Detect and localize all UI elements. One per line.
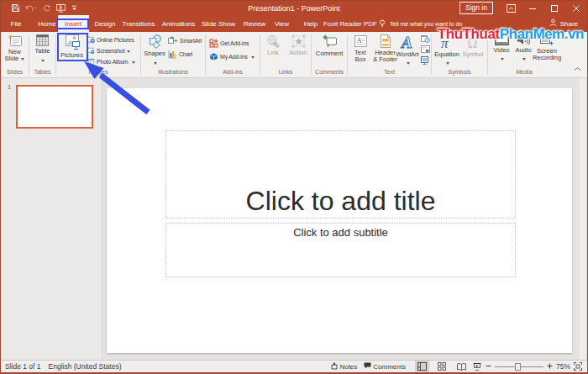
my-add-ins-button[interactable]: My Add-ins bbox=[209, 51, 255, 61]
fit-to-window-button[interactable] bbox=[570, 361, 585, 372]
symbol-label: Symbol bbox=[462, 51, 483, 58]
notes-button[interactable]: Notes bbox=[328, 361, 360, 372]
slide-show-button[interactable] bbox=[470, 361, 484, 372]
collapse-ribbon-icon[interactable] bbox=[574, 60, 581, 75]
zoom-slider[interactable] bbox=[495, 366, 543, 367]
group-label-comments: Comments bbox=[312, 68, 347, 77]
tab-slide-show[interactable]: Slide Show bbox=[197, 15, 240, 32]
link-button[interactable]: Link bbox=[263, 32, 283, 56]
get-add-ins-button[interactable]: Get Add-ins bbox=[209, 38, 255, 48]
tab-animations[interactable]: Animations bbox=[157, 15, 201, 32]
chart-icon bbox=[168, 50, 177, 59]
my-add-ins-icon bbox=[209, 52, 218, 61]
reading-view-button[interactable] bbox=[454, 361, 469, 372]
comments-button[interactable]: Comments bbox=[360, 361, 409, 372]
window-controls: Sign in bbox=[459, 1, 587, 15]
group-label-links: Links bbox=[260, 68, 311, 77]
tab-view[interactable]: View bbox=[270, 15, 295, 32]
group-links: Link Action Links bbox=[260, 32, 311, 77]
ribbon-display-options-button[interactable] bbox=[500, 1, 522, 16]
action-icon bbox=[291, 34, 306, 50]
action-label: Action bbox=[290, 50, 307, 56]
tab-transitions[interactable]: Transitions bbox=[117, 15, 160, 32]
comment-button[interactable]: Comment bbox=[316, 32, 344, 57]
online-pictures-icon bbox=[87, 36, 95, 44]
text-box-button[interactable]: A Text Box bbox=[349, 32, 371, 63]
dropdown-caret-icon bbox=[21, 58, 24, 61]
photo-album-button[interactable]: Photo Album bbox=[87, 56, 135, 66]
slide-number-button[interactable] bbox=[421, 45, 430, 54]
smartart-button[interactable]: SmartArt bbox=[168, 35, 202, 45]
text-box-icon: A bbox=[354, 34, 368, 50]
online-pictures-button[interactable]: Online Pictures bbox=[87, 34, 135, 45]
header-footer-button[interactable]: Header & Footer bbox=[374, 32, 396, 63]
new-slide-button[interactable]: New Slide bbox=[5, 32, 25, 62]
slide-number: 1 bbox=[8, 83, 11, 91]
dropdown-caret-icon bbox=[127, 50, 130, 53]
wordart-icon: A bbox=[400, 34, 415, 51]
chart-label: Chart bbox=[179, 51, 192, 57]
notes-label: Notes bbox=[339, 363, 357, 371]
redo-icon[interactable] bbox=[43, 4, 50, 12]
slide-sorter-view-button[interactable] bbox=[434, 361, 449, 372]
comments-icon bbox=[364, 362, 371, 371]
screen-recording-label2: Recording bbox=[533, 55, 561, 61]
group-label-illustrations: Illustrations bbox=[141, 68, 205, 77]
zoom-percentage[interactable]: 75% bbox=[554, 362, 570, 371]
main-area: 1 Click to add title Click to add subtit… bbox=[1, 78, 587, 360]
slide-canvas: Click to add title Click to add subtitle bbox=[102, 78, 587, 360]
tab-foxit-reader-pdf[interactable]: Foxit Reader PDF bbox=[318, 15, 383, 32]
slide[interactable]: Click to add title Click to add subtitle bbox=[107, 88, 572, 353]
save-icon[interactable] bbox=[12, 4, 19, 12]
action-button[interactable]: Action bbox=[288, 32, 308, 56]
title-placeholder-text: Click to add title bbox=[246, 187, 436, 214]
insert-object-button[interactable] bbox=[421, 56, 430, 65]
close-button[interactable] bbox=[565, 1, 587, 16]
chart-button[interactable]: Chart bbox=[168, 49, 202, 59]
group-label-add-ins: Add-ins bbox=[206, 68, 260, 77]
date-time-button[interactable] bbox=[421, 34, 430, 43]
qat-customize-icon[interactable] bbox=[71, 5, 77, 12]
title-placeholder[interactable]: Click to add title bbox=[165, 130, 516, 219]
new-slide-label2: Slide bbox=[5, 55, 25, 62]
undo-icon[interactable] bbox=[25, 4, 37, 12]
annotation-box-insert-tab bbox=[56, 18, 89, 29]
tab-review[interactable]: Review bbox=[239, 15, 270, 32]
vertical-scrollbar[interactable] bbox=[580, 78, 585, 360]
tab-file[interactable]: File bbox=[3, 15, 29, 32]
link-label: Link bbox=[267, 50, 279, 56]
subtitle-placeholder-text: Click to add subtitle bbox=[293, 226, 388, 239]
shapes-label: Shapes bbox=[144, 50, 165, 57]
table-button[interactable]: Table bbox=[35, 32, 50, 64]
watermark-part1: ThuThuat bbox=[438, 26, 500, 42]
screenshot-icon bbox=[87, 47, 95, 55]
minimize-button[interactable] bbox=[522, 1, 543, 16]
slide-count: Slide 1 of 1 bbox=[5, 362, 41, 371]
zoom-slider-thumb[interactable] bbox=[515, 363, 521, 371]
maximize-button[interactable] bbox=[543, 1, 565, 16]
shapes-button[interactable]: Shapes bbox=[141, 32, 168, 66]
normal-view-button[interactable] bbox=[415, 361, 429, 372]
subtitle-placeholder[interactable]: Click to add subtitle bbox=[165, 223, 516, 277]
group-label-tables: Tables bbox=[29, 68, 55, 77]
language-status[interactable]: English (United States) bbox=[49, 362, 122, 371]
slide-thumbnail[interactable] bbox=[16, 85, 93, 129]
zoom-out-button[interactable] bbox=[486, 362, 491, 371]
photo-album-icon bbox=[87, 58, 95, 66]
header-footer-label2: & Footer bbox=[373, 56, 397, 63]
dropdown-caret-icon bbox=[154, 62, 157, 65]
group-slides: New Slide Slides bbox=[1, 32, 29, 77]
zoom-in-button[interactable] bbox=[547, 362, 553, 371]
group-label-media: Media bbox=[488, 68, 587, 77]
start-from-beginning-icon[interactable] bbox=[56, 4, 66, 13]
dropdown-caret-icon bbox=[407, 62, 410, 65]
comment-icon bbox=[321, 34, 338, 50]
group-label-images: Images bbox=[56, 68, 140, 77]
dropdown-caret-icon bbox=[132, 61, 135, 64]
group-label-slides: Slides bbox=[1, 68, 29, 77]
sign-in-button[interactable]: Sign in bbox=[459, 2, 493, 14]
screenshot-button[interactable]: Screenshot bbox=[87, 45, 135, 55]
wordart-button[interactable]: A WordArt bbox=[396, 32, 418, 66]
audio-label: Audio bbox=[515, 47, 531, 54]
dropdown-caret-icon bbox=[251, 56, 255, 59]
